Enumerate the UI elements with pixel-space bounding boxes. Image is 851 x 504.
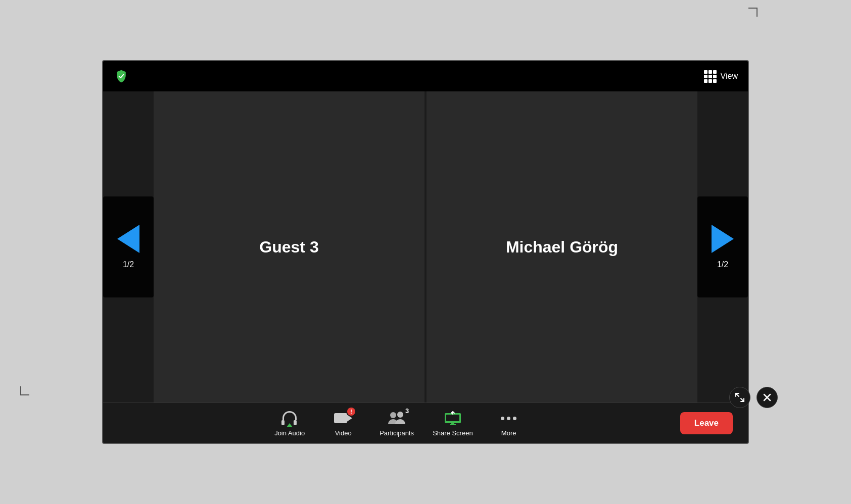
nav-arrow-left[interactable]: 1/2 [103,196,154,297]
bottom-right-icons [729,387,778,408]
left-arrow-icon [117,225,139,253]
svg-rect-5 [450,424,456,425]
participants-count: 3 [405,407,409,415]
more-label: More [501,429,516,437]
join-audio-icon-wrap [279,409,300,427]
join-audio-label: Join Audio [274,429,305,437]
security-icon [113,68,129,84]
leave-button[interactable]: Leave [680,412,733,434]
tile-guest3: Guest 3 [154,91,424,402]
right-page-indicator: 1/2 [717,260,728,269]
participants-label: Participants [380,429,414,437]
nav-arrow-right[interactable]: 1/2 [697,196,748,297]
video-cam-icon: ! [334,412,352,425]
share-screen-icon-wrap [443,409,463,427]
participants-icon-wrap: 3 [387,409,407,427]
more-icon-wrap [499,409,519,427]
tile-name-michael: Michael Görög [506,238,618,257]
participants-button[interactable]: 3 Participants [379,409,414,437]
view-button[interactable]: View [704,70,738,83]
share-screen-button[interactable]: Share Screen [433,409,473,437]
meeting-window: View 1/2 1/2 Guest 3 Michael Görög [102,60,749,444]
top-bar: View [103,61,748,91]
compress-button[interactable] [729,387,750,408]
close-icon [762,392,772,402]
video-badge: ! [347,408,355,416]
tile-michael: Michael Görög [427,91,697,402]
video-label: Video [335,429,352,437]
tile-name-guest3: Guest 3 [259,238,318,257]
close-button[interactable] [757,387,778,408]
svg-point-0 [390,412,396,418]
people-icon [387,410,406,425]
video-icon-wrap: ! [333,409,353,427]
video-button[interactable]: ! Video [325,409,361,437]
more-button[interactable]: More [491,409,527,437]
tiles-container: Guest 3 Michael Görög [103,91,748,402]
join-audio-button[interactable]: Join Audio [272,409,307,437]
toolbar-center: Join Audio ! Video [118,409,680,437]
corner-bracket-bl [20,386,29,395]
share-screen-label: Share Screen [433,429,473,437]
join-audio-arrow-icon [287,423,293,427]
toolbar: Join Audio ! Video [103,402,748,443]
video-area: 1/2 1/2 Guest 3 Michael Görög [103,91,748,402]
corner-bracket-tr [748,8,758,17]
grid-icon [704,70,717,83]
right-arrow-icon [712,225,734,253]
svg-point-1 [397,412,403,418]
more-dots-icon [501,417,516,420]
share-screen-icon [444,410,462,426]
view-label: View [721,72,738,81]
compress-icon [735,392,745,402]
svg-rect-3 [446,415,459,421]
left-page-indicator: 1/2 [123,260,134,269]
headphone-icon [281,411,298,425]
